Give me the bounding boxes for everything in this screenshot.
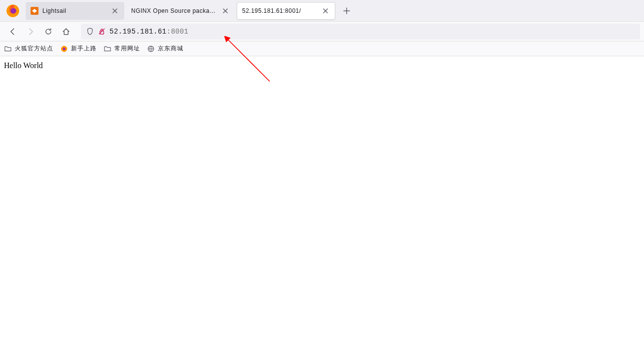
- tab-strip: Lightsail NGINX Open Source packaged by …: [0, 0, 644, 22]
- tab-lightsail[interactable]: Lightsail: [26, 2, 124, 20]
- firefox-logo-icon: [6, 4, 20, 18]
- bookmark-firefox-official[interactable]: 火狐官方站点: [4, 44, 53, 53]
- bookmark-getting-started[interactable]: 新手上路: [60, 44, 97, 53]
- bookmark-label: 火狐官方站点: [15, 44, 53, 53]
- tab-title: 52.195.181.61:8001/: [242, 7, 318, 14]
- tab-title: NGINX Open Source packaged by: [131, 7, 218, 14]
- svg-point-6: [63, 47, 65, 50]
- insecure-lock-icon: [98, 28, 106, 36]
- url-port: 8001: [171, 28, 189, 36]
- close-tab-button[interactable]: [221, 6, 230, 15]
- globe-icon: [147, 45, 155, 53]
- new-tab-button[interactable]: [339, 3, 354, 18]
- bookmark-jd[interactable]: 京东商城: [147, 44, 183, 53]
- forward-button[interactable]: [23, 24, 38, 39]
- bookmark-label: 新手上路: [71, 44, 97, 53]
- reload-button[interactable]: [40, 24, 56, 39]
- close-tab-button[interactable]: [110, 6, 119, 15]
- back-button[interactable]: [5, 24, 21, 39]
- bookmarks-bar: 火狐官方站点 新手上路 常用网址 京东商城: [0, 41, 644, 56]
- tab-title: Lightsail: [42, 7, 107, 14]
- url-host: 52.195.181.61: [109, 28, 167, 36]
- url-bar[interactable]: 52.195.181.61:8001: [81, 24, 640, 39]
- bookmark-label: 常用网址: [114, 44, 140, 53]
- page-content: Hello World: [0, 56, 644, 75]
- page-body-text: Hello World: [4, 61, 43, 70]
- folder-icon: [4, 45, 12, 53]
- svg-point-1: [10, 8, 16, 14]
- url-port-separator: :: [167, 28, 171, 36]
- firefox-bookmark-icon: [60, 45, 68, 53]
- toolbar: 52.195.181.61:8001: [0, 22, 644, 41]
- folder-icon: [104, 45, 111, 53]
- aws-favicon-icon: [31, 7, 38, 15]
- tab-active-ip[interactable]: 52.195.181.61:8001/: [237, 2, 335, 20]
- home-button[interactable]: [58, 24, 74, 39]
- tab-nginx[interactable]: NGINX Open Source packaged by: [126, 2, 235, 20]
- bookmark-label: 京东商城: [158, 44, 183, 53]
- bookmark-common-sites[interactable]: 常用网址: [104, 44, 140, 53]
- close-tab-button[interactable]: [321, 6, 330, 15]
- shield-icon: [86, 28, 94, 36]
